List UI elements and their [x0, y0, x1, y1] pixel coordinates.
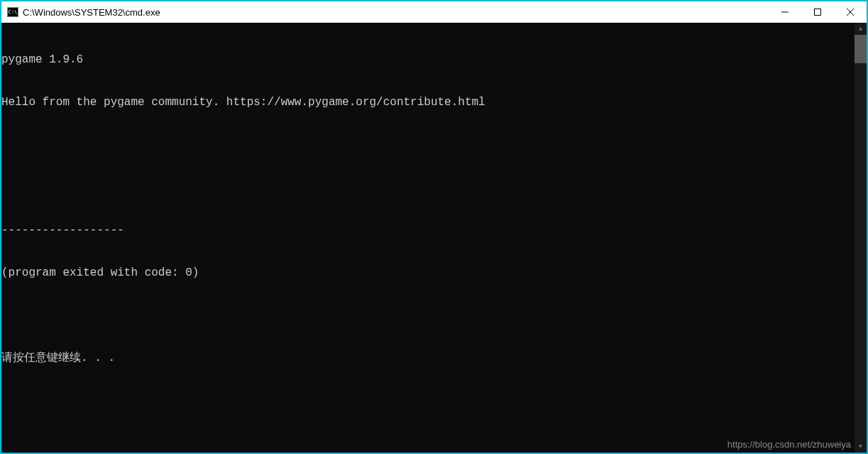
console-line: Hello from the pygame community. https:/… [1, 95, 855, 109]
console-line: 请按任意键继续. . . [1, 351, 855, 365]
maximize-button[interactable] [801, 1, 834, 23]
console-line: (program exited with code: 0) [1, 266, 855, 280]
window-controls [769, 1, 867, 23]
cmd-window: C:\Windows\SYSTEM32\cmd.exe pygame 1.9.6… [0, 0, 868, 454]
console-line [1, 180, 855, 195]
close-button[interactable] [834, 1, 867, 23]
console-line: pygame 1.9.6 [1, 53, 855, 67]
scroll-track[interactable] [855, 35, 867, 441]
minimize-button[interactable] [769, 1, 801, 23]
console-line: ------------------ [1, 223, 855, 237]
window-title: C:\Windows\SYSTEM32\cmd.exe [23, 7, 769, 18]
window-body: pygame 1.9.6 Hello from the pygame commu… [1, 23, 867, 453]
console-line [1, 138, 855, 152]
titlebar[interactable]: C:\Windows\SYSTEM32\cmd.exe [1, 1, 867, 23]
console-output[interactable]: pygame 1.9.6 Hello from the pygame commu… [1, 23, 855, 453]
scroll-up-arrow[interactable]: ▲ [855, 23, 867, 35]
scroll-down-arrow[interactable]: ▼ [855, 441, 867, 453]
cmd-icon [7, 7, 18, 17]
vertical-scrollbar[interactable]: ▲ ▼ [855, 23, 867, 453]
scroll-thumb[interactable] [855, 35, 867, 63]
console-line [1, 308, 855, 323]
svg-rect-1 [815, 9, 821, 16]
